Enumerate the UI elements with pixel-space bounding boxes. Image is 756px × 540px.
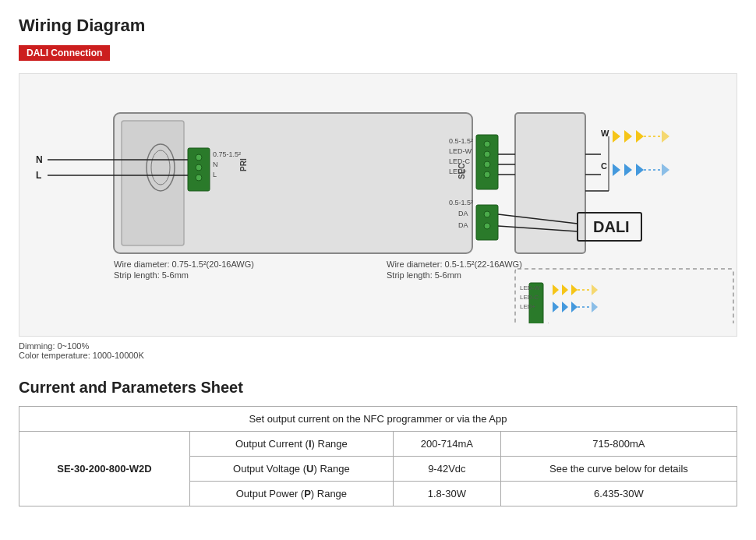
svg-marker-41 [624,130,632,143]
voltage-col1: 9-42Vdc [393,457,500,482]
svg-marker-44 [662,130,669,143]
svg-text:W: W [601,129,609,138]
dimming-info: Dimming: 0~100% Color temperature: 1000-… [19,341,737,360]
current-col1: 200-714mA [393,432,500,457]
svg-point-22 [484,171,490,178]
svg-text:N: N [36,154,43,165]
param-label-power: Output Power (P) Range [189,482,393,506]
svg-point-7 [196,164,202,171]
svg-marker-49 [662,164,669,176]
svg-point-8 [196,175,202,181]
param-label-current: Output Current (I) Range [189,432,393,457]
params-table: Set output current on the NFC programmer… [19,406,737,506]
svg-text:DA: DA [458,221,468,229]
svg-marker-46 [624,164,632,176]
svg-text:Wire diameter: 0.5-1.5²(22-16A: Wire diameter: 0.5-1.5²(22-16AWG) [387,259,522,269]
svg-point-21 [484,161,490,168]
svg-text:DA: DA [458,210,468,217]
svg-text:0.5-1.5²: 0.5-1.5² [449,137,473,145]
power-col1: 1.8-30W [393,482,500,506]
svg-point-6 [196,154,202,161]
svg-point-28 [484,211,490,217]
wiring-diagram-area: 0.75-1.5² N L PRI N L SEC 0.5-1.5² LED-W… [19,73,737,337]
param-label-voltage: Output Voltage (U) Range [189,457,393,482]
svg-text:LED-C: LED-C [449,157,471,165]
svg-marker-42 [636,130,644,143]
svg-text:L: L [213,171,217,178]
svg-text:N: N [213,161,218,168]
svg-marker-47 [636,164,644,176]
svg-rect-2 [515,113,585,253]
wiring-diagram-svg: 0.75-1.5² N L PRI N L SEC 0.5-1.5² LED-W… [32,90,749,323]
table-row: SE-30-200-800-W2D Output Current (I) Ran… [19,432,737,457]
param-bold-i: I [309,438,312,450]
svg-marker-40 [613,130,620,143]
svg-text:Strip length: 5-6mm: Strip length: 5-6mm [387,270,461,280]
svg-text:Wire diameter: 0.75-1.5²(20-16: Wire diameter: 0.75-1.5²(20-16AWG) [114,259,254,269]
param-bold-u: U [306,463,313,475]
current-col2: 715-800mA [500,432,737,457]
svg-text:0.5-1.5²: 0.5-1.5² [449,199,473,206]
svg-point-19 [484,141,490,147]
svg-text:C: C [601,161,607,171]
svg-text:LED+: LED+ [520,303,536,310]
dimming-label: Dimming: 0~100% [19,341,89,351]
svg-text:+: + [546,321,550,323]
svg-marker-45 [613,164,620,176]
param-bold-p: P [304,488,311,499]
svg-text:LED+: LED+ [449,168,467,175]
dali-badge: DALI Connection [19,45,110,61]
page-title: Wiring Diagram [19,16,737,36]
section2-title: Current and Parameters Sheet [19,379,737,397]
svg-text:LED-W: LED-W [520,284,540,291]
color-temp-label: Color temperature: 1000-10000K [19,351,144,360]
table-header: Set output current on the NFC programmer… [19,407,737,432]
svg-point-29 [484,223,490,229]
svg-text:LED-C: LED-C [520,294,539,301]
voltage-col2: See the curve below for details [500,457,737,482]
svg-rect-60 [515,269,733,323]
svg-text:DALI: DALI [593,218,630,235]
svg-text:Strip length: 5-6mm: Strip length: 5-6mm [114,270,189,280]
power-col2: 6.435-30W [500,482,737,506]
svg-text:LED-W: LED-W [449,147,472,155]
svg-text:PRI: PRI [239,158,248,171]
svg-text:L: L [36,170,41,181]
svg-text:0.75-1.5²: 0.75-1.5² [213,150,241,158]
svg-rect-1 [122,121,184,245]
svg-point-20 [484,151,490,157]
model-cell: SE-30-200-800-W2D [19,432,190,506]
